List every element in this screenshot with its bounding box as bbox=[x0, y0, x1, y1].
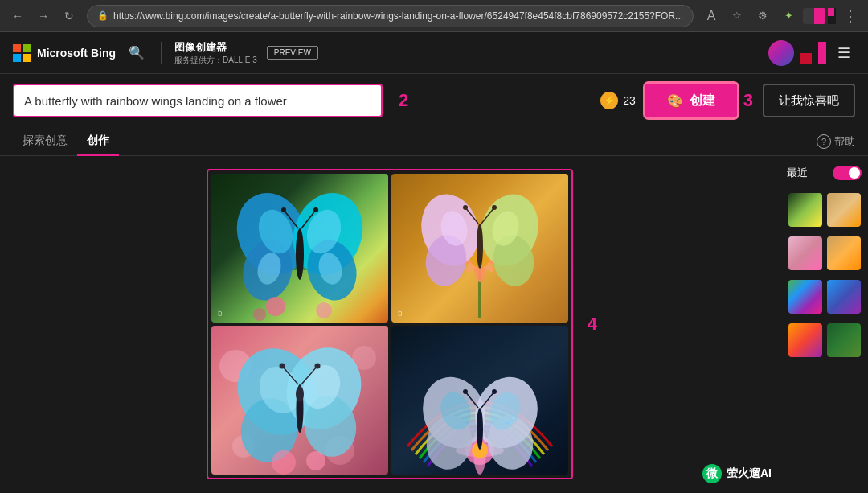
watermark-1: b bbox=[218, 309, 223, 318]
address-bar[interactable]: 🔒 bbox=[87, 5, 694, 27]
svg-point-50 bbox=[272, 450, 296, 475]
ms-icon-green bbox=[23, 44, 31, 52]
hamburger-menu[interactable]: ☰ bbox=[833, 42, 855, 64]
butterfly-svg-1 bbox=[211, 174, 388, 323]
create-label: 创建 bbox=[690, 92, 715, 109]
help-label: 帮助 bbox=[834, 134, 855, 149]
help-circle-icon: ? bbox=[817, 134, 831, 149]
sidebar-thumb-8[interactable] bbox=[827, 323, 861, 357]
nav-buttons: ← → ↻ bbox=[6, 5, 80, 27]
svg-point-49 bbox=[315, 364, 321, 369]
thumb-group-4 bbox=[787, 323, 862, 357]
browser-profile-btn[interactable]: A bbox=[700, 5, 723, 27]
ms-icon bbox=[13, 44, 31, 62]
account-area[interactable] bbox=[803, 8, 836, 24]
lock-icon: 🔒 bbox=[97, 10, 108, 21]
flag-spacer bbox=[828, 8, 836, 24]
image-cell-4[interactable] bbox=[391, 326, 568, 475]
brand-label: Microsoft Bing bbox=[37, 47, 116, 60]
butterfly-svg-4 bbox=[391, 326, 568, 475]
coins-count: 23 bbox=[623, 94, 636, 107]
svg-point-69 bbox=[510, 428, 511, 429]
menu-button[interactable]: ⋮ bbox=[839, 5, 862, 27]
tab-create[interactable]: 创作 bbox=[77, 127, 119, 156]
step3-label: 3 bbox=[743, 90, 753, 111]
butterfly-svg-3 bbox=[211, 326, 388, 475]
help-button[interactable]: ? 帮助 bbox=[817, 134, 855, 149]
svg-point-64 bbox=[463, 389, 468, 394]
image-cell-1[interactable]: b bbox=[211, 174, 388, 323]
sidebar-thumb-5[interactable] bbox=[788, 280, 822, 314]
svg-point-16 bbox=[253, 308, 266, 321]
refresh-button[interactable]: ↻ bbox=[58, 5, 80, 27]
browser-actions: A ☆ ⚙ ✦ ⋮ bbox=[700, 5, 862, 27]
search-input[interactable] bbox=[24, 94, 371, 108]
svg-point-45 bbox=[296, 386, 304, 402]
step2-label: 2 bbox=[399, 90, 408, 111]
extensions-btn[interactable]: ⚙ bbox=[751, 5, 774, 27]
svg-point-13 bbox=[313, 207, 318, 212]
app-title: 图像创建器 bbox=[174, 40, 257, 55]
grid-container: b bbox=[207, 169, 573, 479]
forward-button[interactable]: → bbox=[32, 5, 55, 27]
butterfly-svg-2 bbox=[391, 174, 568, 323]
svg-point-47 bbox=[280, 364, 285, 369]
svg-point-67 bbox=[506, 421, 510, 424]
svg-point-66 bbox=[492, 389, 497, 394]
create-icon: 🎨 bbox=[667, 93, 683, 109]
sidebar-thumb-2[interactable] bbox=[827, 193, 861, 227]
preview-badge[interactable]: PREVIEW bbox=[267, 46, 318, 60]
image-cell-2[interactable]: b bbox=[391, 174, 568, 323]
svg-point-62 bbox=[477, 408, 483, 450]
branding-watermark: 微 萤火遛AI bbox=[702, 464, 772, 483]
wechat-icon: 微 bbox=[702, 464, 722, 483]
sidebar-thumb-6[interactable] bbox=[827, 280, 861, 314]
search-input-wrapper bbox=[13, 84, 383, 117]
sidebar-header: 最近 bbox=[787, 166, 862, 180]
sidebar: 最近 bbox=[780, 156, 868, 493]
main-content: b bbox=[0, 156, 868, 493]
watermark-2: b bbox=[398, 309, 403, 318]
svg-point-11 bbox=[281, 207, 286, 212]
sidebar-toggle[interactable] bbox=[833, 166, 862, 180]
back-button[interactable]: ← bbox=[6, 5, 29, 27]
thumb-group-1 bbox=[787, 193, 862, 227]
tab-explore[interactable]: 探索创意 bbox=[13, 127, 77, 156]
branding-name: 萤火遛AI bbox=[727, 466, 772, 481]
svg-point-51 bbox=[306, 451, 326, 470]
app-subtitle: 服务提供方：DALL·E 3 bbox=[174, 55, 257, 66]
accent-bar bbox=[818, 42, 826, 64]
browser-chrome: ← → ↻ 🔒 A ☆ ⚙ ✦ ⋮ bbox=[0, 0, 868, 32]
image-cell-3[interactable] bbox=[211, 326, 388, 475]
svg-point-14 bbox=[266, 297, 285, 316]
step4-label: 4 bbox=[588, 314, 597, 335]
copilot-btn[interactable]: ✦ bbox=[777, 5, 800, 27]
svg-point-29 bbox=[477, 224, 483, 269]
coins-badge: ⚡ 23 bbox=[600, 92, 636, 109]
svg-point-33 bbox=[492, 205, 497, 210]
image-grid-wrapper: b bbox=[0, 156, 780, 493]
flag-icon bbox=[800, 42, 812, 64]
sidebar-thumb-3[interactable] bbox=[788, 236, 822, 270]
bookmark-btn[interactable]: ☆ bbox=[726, 5, 748, 27]
sidebar-thumb-1[interactable] bbox=[788, 193, 822, 227]
header-search-btn[interactable]: 🔍 bbox=[125, 42, 148, 64]
ms-icon-red bbox=[13, 44, 21, 52]
sidebar-thumb-7[interactable] bbox=[788, 323, 822, 357]
app-header: Microsoft Bing 🔍 图像创建器 服务提供方：DALL·E 3 PR… bbox=[0, 32, 868, 74]
sidebar-thumb-4[interactable] bbox=[827, 236, 861, 270]
thumb-group-2 bbox=[787, 236, 862, 270]
user-avatar[interactable] bbox=[768, 40, 794, 66]
create-button[interactable]: 🎨 创建 bbox=[645, 84, 737, 117]
thumb-group-3 bbox=[787, 280, 862, 314]
svg-point-15 bbox=[316, 302, 332, 318]
svg-point-68 bbox=[513, 417, 515, 420]
sidebar-title: 最近 bbox=[787, 166, 808, 180]
image-grid: b bbox=[211, 174, 568, 475]
surprise-button[interactable]: 让我惊喜吧 bbox=[763, 84, 855, 117]
flag-avatar bbox=[803, 8, 825, 24]
svg-point-9 bbox=[296, 228, 304, 280]
ms-icon-blue bbox=[13, 54, 21, 62]
svg-point-31 bbox=[463, 205, 468, 210]
url-input[interactable] bbox=[113, 10, 683, 22]
